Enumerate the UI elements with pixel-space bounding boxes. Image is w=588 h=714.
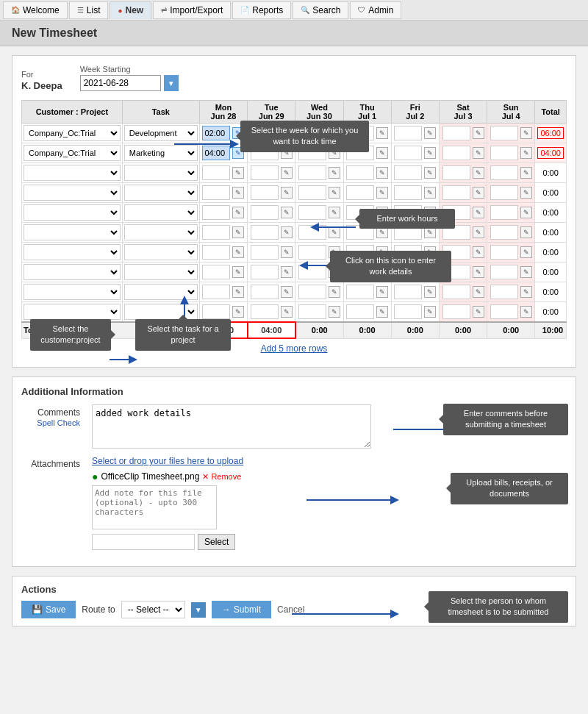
edit-icon-row3-tue[interactable]: ✎ <box>281 167 293 179</box>
file-note-textarea[interactable] <box>92 485 217 529</box>
project-select-8[interactable] <box>24 264 121 280</box>
hours-row3-sat[interactable] <box>442 165 470 180</box>
project-select-10[interactable] <box>24 304 121 320</box>
edit-icon-row9-sun[interactable]: ✎ <box>520 286 532 298</box>
edit-icon-row3-thu[interactable]: ✎ <box>376 167 388 179</box>
edit-icon-row6-sat[interactable]: ✎ <box>473 226 484 238</box>
edit-icon-row4-fri[interactable]: ✎ <box>424 187 436 199</box>
edit-icon-row6-tue[interactable]: ✎ <box>281 226 293 238</box>
edit-icon-row8-sun[interactable]: ✎ <box>520 266 532 278</box>
edit-icon-row5-wed[interactable]: ✎ <box>329 207 340 218</box>
edit-icon-row10-fri[interactable]: ✎ <box>424 306 436 318</box>
edit-icon-row1-sun[interactable]: ✎ <box>520 127 532 139</box>
project-select-3[interactable] <box>24 165 121 181</box>
edit-icon-row10-sat[interactable]: ✎ <box>473 306 484 318</box>
tab-search[interactable]: 🔍 Search <box>293 1 348 19</box>
edit-icon-row10-thu[interactable]: ✎ <box>376 306 388 318</box>
tab-reports[interactable]: 📄 Reports <box>232 1 291 19</box>
edit-icon-row6-mon[interactable]: ✎ <box>232 226 244 238</box>
hours-row9-fri[interactable] <box>394 285 422 299</box>
hours-row1-sun[interactable] <box>490 126 518 140</box>
edit-icon-row10-wed[interactable]: ✎ <box>329 306 340 318</box>
hours-row3-wed[interactable] <box>298 165 326 180</box>
hours-row10-thu[interactable] <box>346 304 374 319</box>
hours-row6-mon[interactable] <box>202 225 230 240</box>
edit-icon-row10-tue[interactable]: ✎ <box>281 306 293 318</box>
hours-row4-mon[interactable] <box>202 185 230 200</box>
hours-row7-sun[interactable] <box>490 245 518 260</box>
route-dropdown-button[interactable]: ▼ <box>191 602 206 618</box>
tab-new[interactable]: ● New <box>110 1 151 19</box>
submit-button[interactable]: → Submit <box>212 601 271 618</box>
hours-row2-fri[interactable] <box>394 146 422 160</box>
week-dropdown-button[interactable]: ▼ <box>164 75 179 91</box>
hours-row9-tue[interactable] <box>251 285 279 299</box>
task-select-6[interactable] <box>124 224 198 240</box>
edit-icon-row4-sun[interactable]: ✎ <box>520 187 532 199</box>
hours-row4-fri[interactable] <box>394 185 422 200</box>
spell-check-link[interactable]: Spell Check <box>37 418 80 427</box>
hours-row5-sun[interactable] <box>490 205 518 220</box>
hours-row7-wed[interactable] <box>298 245 326 260</box>
hours-row9-mon[interactable] <box>202 285 230 299</box>
edit-icon-row2-sat[interactable]: ✎ <box>473 147 484 159</box>
hours-row2-sat[interactable] <box>442 146 470 160</box>
tab-welcome[interactable]: 🏠 Welcome <box>3 1 68 19</box>
comments-textarea[interactable]: added work details <box>92 404 371 449</box>
hours-row3-sun[interactable] <box>490 165 518 180</box>
select-file-button[interactable]: Select <box>198 534 235 550</box>
edit-icon-row3-wed[interactable]: ✎ <box>329 167 340 179</box>
edit-icon-row5-tue[interactable]: ✎ <box>281 207 293 218</box>
edit-icon-row1-fri[interactable]: ✎ <box>424 127 436 139</box>
edit-icon-row4-mon[interactable]: ✎ <box>232 187 244 199</box>
task-select-8[interactable] <box>124 264 198 280</box>
hours-row8-sun[interactable] <box>490 265 518 279</box>
hours-row1-sat[interactable] <box>442 126 470 140</box>
task-select-4[interactable] <box>124 185 198 201</box>
hours-row10-wed[interactable] <box>298 304 326 319</box>
edit-icon-row8-sat[interactable]: ✎ <box>473 266 484 278</box>
tab-import-export[interactable]: ⇌ Import/Export <box>153 1 231 19</box>
hours-row3-mon[interactable] <box>202 165 230 180</box>
edit-icon-row4-wed[interactable]: ✎ <box>329 187 340 199</box>
edit-icon-row8-mon[interactable]: ✎ <box>232 266 244 278</box>
hours-row9-sun[interactable] <box>490 285 518 299</box>
edit-icon-row10-sun[interactable]: ✎ <box>520 306 532 318</box>
hours-row6-tue[interactable] <box>251 225 279 240</box>
edit-icon-row4-tue[interactable]: ✎ <box>281 187 293 199</box>
hours-row4-thu[interactable] <box>346 185 374 200</box>
edit-icon-row9-wed[interactable]: ✎ <box>329 286 340 298</box>
edit-icon-row7-mon[interactable]: ✎ <box>232 246 244 258</box>
task-select-5[interactable] <box>124 204 198 221</box>
hours-row6-sun[interactable] <box>490 225 518 240</box>
task-select-3[interactable] <box>124 165 198 181</box>
select-files-link[interactable]: Select or drop your files here to upload <box>92 456 243 466</box>
hours-row4-sun[interactable] <box>490 185 518 200</box>
edit-icon-row5-mon[interactable]: ✎ <box>232 207 244 218</box>
edit-icon-row7-tue[interactable]: ✎ <box>281 246 293 258</box>
hours-row3-tue[interactable] <box>251 165 279 180</box>
hours-row2-sun[interactable] <box>490 146 518 160</box>
hours-row9-wed[interactable] <box>298 285 326 299</box>
hours-row4-wed[interactable] <box>298 185 326 200</box>
edit-icon-row3-sun[interactable]: ✎ <box>520 167 532 179</box>
hours-row10-sat[interactable] <box>442 304 470 319</box>
route-select[interactable]: -- Select -- <box>121 601 185 618</box>
hours-row3-thu[interactable] <box>346 165 374 180</box>
hours-row1-fri[interactable] <box>394 126 422 140</box>
hours-row10-sun[interactable] <box>490 304 518 319</box>
edit-icon-row9-fri[interactable]: ✎ <box>424 286 436 298</box>
hours-row7-mon[interactable] <box>202 245 230 260</box>
hours-row5-mon[interactable] <box>202 205 230 220</box>
hours-row9-thu[interactable] <box>346 285 374 299</box>
edit-icon-row5-sat[interactable]: ✎ <box>473 207 484 218</box>
project-select-2[interactable]: Company_Oc:Trial <box>24 145 121 161</box>
save-button[interactable]: 💾 Save <box>21 601 76 618</box>
edit-icon-row8-tue[interactable]: ✎ <box>281 266 293 278</box>
tab-list[interactable]: ☰ List <box>69 1 109 19</box>
edit-icon-row3-mon[interactable]: ✎ <box>232 167 244 179</box>
edit-icon-row3-sat[interactable]: ✎ <box>473 167 484 179</box>
hours-row10-mon[interactable] <box>202 304 230 319</box>
edit-icon-row4-thu[interactable]: ✎ <box>376 187 388 199</box>
edit-icon-row5-sun[interactable]: ✎ <box>520 207 532 218</box>
